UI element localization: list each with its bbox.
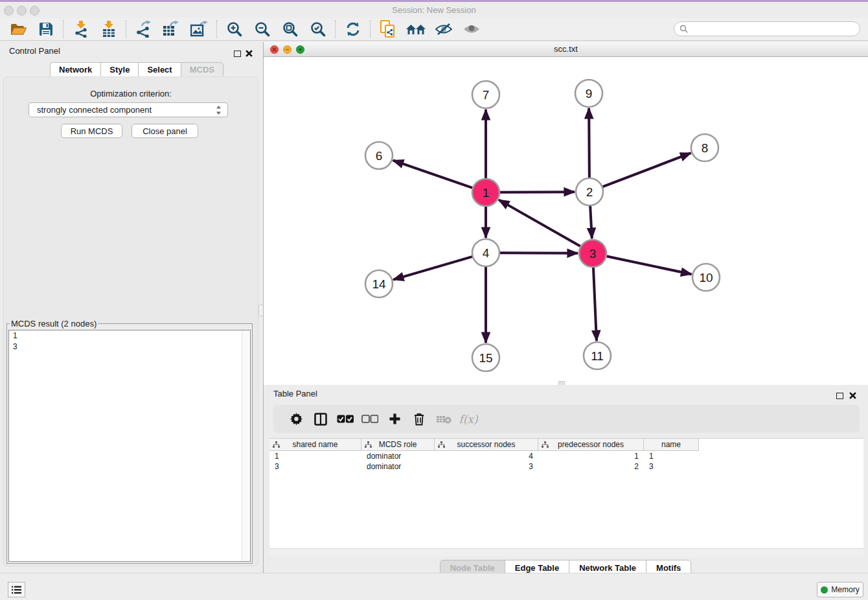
run-mcds-button[interactable]: Run MCDS: [61, 124, 122, 138]
save-session-icon[interactable]: [32, 19, 60, 40]
control-panel-tab-mcds[interactable]: MCDS: [181, 62, 223, 78]
graph-node-label-6: 6: [376, 149, 383, 163]
criterion-dropdown[interactable]: strongly connected component: [29, 102, 228, 117]
status-bar: Memory: [0, 573, 868, 600]
table-cell[interactable]: dominator: [361, 461, 435, 472]
control-panel-close-icon[interactable]: [246, 48, 253, 60]
graph-edge-2-9[interactable]: [589, 108, 589, 178]
column-header-label: predecessor nodes: [558, 440, 624, 449]
add-icon[interactable]: [382, 409, 407, 430]
column-header-MCDS-role[interactable]: MCDS role: [361, 439, 435, 451]
delete-trash-icon[interactable]: [407, 409, 431, 430]
window-zoom-button[interactable]: [30, 6, 40, 16]
task-history-button[interactable]: [8, 582, 25, 597]
graph-edge-4-14[interactable]: [393, 257, 472, 279]
network-graph: 7968124314101511: [264, 57, 867, 385]
table-horizontal-scrollbar[interactable]: [269, 548, 863, 557]
network-minimize-icon[interactable]: [283, 45, 291, 54]
table-cell[interactable]: 4: [435, 451, 538, 461]
column-header-successor-nodes[interactable]: successor nodes: [435, 439, 538, 451]
mcds-result-box: MCDS result (2 nodes) 13: [6, 319, 253, 564]
delete-table-icon-disabled: [431, 409, 456, 430]
export-network-icon[interactable]: [130, 19, 157, 40]
network-canvas[interactable]: 7968124314101511: [264, 57, 868, 385]
table-row[interactable]: 3dominator323: [269, 461, 863, 472]
window-minimize-button[interactable]: [17, 6, 27, 16]
memory-label: Memory: [831, 585, 859, 594]
node-table[interactable]: shared nameMCDS rolesuccessor nodesprede…: [269, 438, 863, 548]
table-panel-float-icon[interactable]: [836, 390, 843, 402]
hide-selected-icon[interactable]: [429, 19, 457, 40]
open-file-icon[interactable]: [4, 19, 32, 40]
control-panel-tab-network[interactable]: Network: [50, 62, 101, 78]
graph-edge-2-3[interactable]: [590, 206, 592, 238]
mcds-result-text-area[interactable]: 13: [8, 330, 251, 562]
show-all-icon[interactable]: [457, 19, 485, 40]
table-cell[interactable]: 3: [269, 461, 361, 472]
import-table-icon[interactable]: [95, 19, 122, 40]
search-field[interactable]: [674, 21, 860, 36]
control-panel-tab-style[interactable]: Style: [100, 62, 139, 78]
network-maximize-icon[interactable]: [296, 45, 304, 54]
duplicate-network-icon[interactable]: [374, 19, 402, 40]
export-table-icon[interactable]: [157, 19, 185, 40]
show-columns-icon[interactable]: [308, 409, 333, 430]
column-header-predecessor-nodes[interactable]: predecessor nodes: [538, 439, 644, 451]
select-all-rows-icon[interactable]: [333, 409, 358, 430]
graph-edge-4-3[interactable]: [500, 253, 578, 253]
graph-node-label-4: 4: [483, 246, 490, 260]
export-image-icon[interactable]: [185, 19, 213, 40]
graph-edge-1-6[interactable]: [393, 161, 472, 188]
table-cell[interactable]: 1: [538, 451, 644, 461]
zoom-fit-icon[interactable]: [276, 19, 304, 40]
graph-edge-3-10[interactable]: [607, 257, 692, 275]
result-scrollbar[interactable]: [242, 330, 250, 561]
memory-button[interactable]: Memory: [817, 582, 863, 597]
graph-edge-1-2[interactable]: [500, 192, 575, 192]
zoom-out-icon[interactable]: [248, 19, 276, 40]
table-cell[interactable]: 2: [538, 461, 644, 472]
import-network-icon[interactable]: [67, 19, 95, 40]
column-attribute-icon: [273, 441, 280, 448]
duplicate-network-glyph: [380, 20, 396, 38]
zoom-in-glyph: [227, 21, 242, 37]
zoom-in-icon[interactable]: [220, 19, 248, 40]
table-panel-title: Table Panel: [273, 389, 317, 398]
refresh-icon[interactable]: [339, 19, 367, 40]
table-panel-close-icon[interactable]: [849, 390, 856, 402]
column-header-label: MCDS role: [379, 440, 417, 449]
optimization-criterion-label: Optimization criterion:: [0, 89, 262, 98]
graph-edge-3-11[interactable]: [593, 268, 597, 341]
column-header-name[interactable]: name: [644, 439, 699, 451]
graph-edge-2-8[interactable]: [603, 153, 691, 187]
network-window-title: scc.txt: [264, 42, 868, 56]
table-cell[interactable]: 3: [644, 461, 699, 472]
network-close-icon[interactable]: [270, 45, 279, 54]
toolbar-separator: [63, 20, 63, 38]
control-panel-float-icon[interactable]: [234, 48, 241, 60]
table-header-row: shared nameMCDS rolesuccessor nodesprede…: [269, 439, 863, 451]
graph-node-label-14: 14: [372, 277, 386, 291]
control-panel-tab-select[interactable]: Select: [138, 62, 181, 78]
column-header-shared-name[interactable]: shared name: [269, 439, 361, 451]
network-window-titlebar[interactable]: scc.txt: [264, 42, 868, 57]
table-cell[interactable]: 1: [269, 451, 361, 461]
graph-node-label-9: 9: [586, 87, 593, 100]
table-row[interactable]: 1dominator411: [269, 451, 863, 461]
home-icon[interactable]: [402, 19, 429, 40]
column-header-label: name: [661, 440, 681, 449]
table-settings-gear-icon[interactable]: [284, 409, 308, 430]
graph-edge-3-1[interactable]: [499, 200, 580, 246]
table-cell[interactable]: dominator: [361, 451, 435, 461]
table-cell[interactable]: 3: [435, 461, 538, 472]
graph-node-label-7: 7: [483, 88, 490, 102]
window-close-button[interactable]: [4, 6, 14, 16]
deselect-all-rows-icon[interactable]: [358, 409, 382, 430]
table-cell[interactable]: 1: [644, 451, 699, 461]
network-view-window: scc.txt 7968124314101511: [263, 42, 868, 385]
export-network-glyph: [135, 21, 152, 38]
eye-slash-glyph: [435, 22, 452, 36]
close-panel-button[interactable]: Close panel: [131, 124, 198, 138]
zoom-selected-icon[interactable]: [304, 19, 332, 40]
table-panel: Table Panel: [263, 385, 868, 573]
